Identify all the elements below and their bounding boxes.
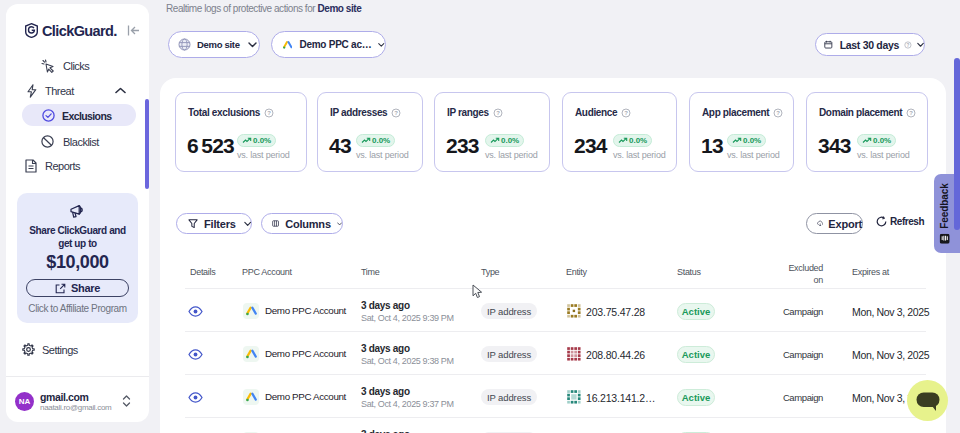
svg-text:?: ?: [776, 110, 780, 116]
svg-text:?: ?: [395, 110, 399, 116]
svg-text:?: ?: [496, 110, 500, 116]
svg-text:?: ?: [910, 110, 914, 116]
svg-text:?: ?: [267, 110, 271, 116]
svg-text:?: ?: [625, 110, 629, 116]
svg-text:?: ?: [907, 42, 910, 47]
